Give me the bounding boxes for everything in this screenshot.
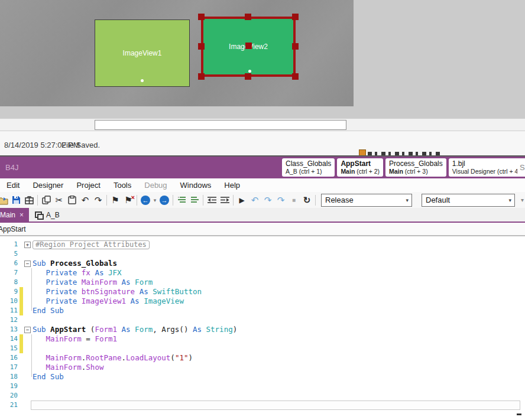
build-configuration-select[interactable]: Release ▾ xyxy=(321,194,412,207)
back-history-dropdown-icon[interactable]: ▾ xyxy=(152,197,158,203)
menu-windows[interactable]: Windows xyxy=(174,181,218,190)
horizontal-scrollbar[interactable] xyxy=(95,120,346,130)
code-line[interactable]: 8 Private MainForm As Form xyxy=(0,278,525,287)
indent-guide xyxy=(31,268,32,311)
code-line[interactable]: 13−Sub AppStart (Form1 As Form, Args() A… xyxy=(0,325,525,334)
resize-handle-n[interactable] xyxy=(245,14,251,20)
code-line[interactable]: 5 xyxy=(0,249,525,259)
code-line[interactable]: 10 Private ImageView1 As ImageView xyxy=(0,297,525,306)
step-out-icon[interactable]: ↷ xyxy=(274,194,287,207)
code-line[interactable]: 12 xyxy=(0,315,525,325)
resize-handle-se[interactable] xyxy=(292,73,299,80)
save-icon[interactable] xyxy=(9,194,22,207)
navigate-forward-icon[interactable]: → xyxy=(158,194,171,207)
resize-handle-e[interactable] xyxy=(292,43,299,50)
quick-tab-appstart[interactable]: AppStartMain (ctrl + 2) xyxy=(337,158,383,177)
uncomment-icon[interactable] xyxy=(188,194,201,207)
cut-icon[interactable]: ✂ xyxy=(53,194,66,207)
quick-tab-class_globals[interactable]: Class_GlobalsA_B (ctrl + 1) xyxy=(282,158,335,177)
close-icon[interactable]: × xyxy=(20,211,24,219)
line-number: 18 xyxy=(0,373,18,380)
line-number: 6 xyxy=(0,259,18,267)
run-icon[interactable]: ▶ xyxy=(235,194,248,207)
line-number: 19 xyxy=(0,382,18,390)
changed-line-marker xyxy=(20,334,23,344)
navigate-back-icon[interactable]: ← xyxy=(139,194,152,207)
code-text: Sub AppStart (Form1 As Form, Args() As S… xyxy=(33,325,237,334)
changed-line-marker xyxy=(20,306,23,315)
code-line[interactable]: 14 MainForm = Form1 xyxy=(0,334,525,344)
resize-handle-s[interactable] xyxy=(245,73,251,80)
line-number: 10 xyxy=(0,297,18,305)
quick-tab-1.bjl[interactable]: 1.bjlVisual Designer (ctrl + 4) xyxy=(449,158,524,177)
code-line[interactable]: 7 Private fx As JFX xyxy=(0,268,525,278)
quick-tab-subtitle: Visual Designer (ctrl + 4) xyxy=(452,168,520,175)
menu-edit[interactable]: Edit xyxy=(0,181,26,190)
title-bar[interactable]: B4J Class_GlobalsA_B (ctrl + 1)AppStartM… xyxy=(0,157,525,178)
imageview1[interactable]: ImageView1 xyxy=(95,19,190,87)
code-line[interactable]: 15 xyxy=(0,344,525,353)
fold-toggle-icon[interactable]: + xyxy=(24,242,31,248)
menu-tools[interactable]: Tools xyxy=(107,181,138,190)
quick-tab-title: 1.bjl xyxy=(452,159,520,168)
fold-toggle-icon[interactable]: − xyxy=(24,261,31,267)
step-into-icon[interactable]: ↶ xyxy=(248,194,261,207)
indent-icon[interactable] xyxy=(218,194,231,207)
menu-help[interactable]: Help xyxy=(218,181,247,190)
code-line[interactable]: 17 MainForm.Show xyxy=(0,363,525,372)
quick-tab-process_globals[interactable]: Process_GlobalsMain (ctrl + 3) xyxy=(385,158,446,177)
comment-icon[interactable] xyxy=(175,194,188,207)
resize-handle-sw[interactable] xyxy=(198,73,205,80)
bookmark-icon[interactable]: ⚑ xyxy=(109,194,122,207)
ide-window: B4J Class_GlobalsA_B (ctrl + 1)AppStartM… xyxy=(0,155,525,420)
code-line[interactable]: 19 xyxy=(0,382,525,391)
code-line[interactable]: 1+#Region Project Attributes xyxy=(0,240,525,249)
stop-icon[interactable]: ■ xyxy=(287,194,300,207)
menu-debug: Debug xyxy=(138,181,173,190)
changed-line-marker xyxy=(20,297,23,306)
code-editor[interactable]: 1+#Region Project Attributes56−Sub Proce… xyxy=(0,236,525,420)
tab-ab-label: A_B xyxy=(46,211,60,219)
code-line[interactable]: 11End Sub xyxy=(0,306,525,315)
imageview1-anchor-dot xyxy=(141,79,144,82)
designer-canvas[interactable]: ImageView1 ImageView2 xyxy=(0,0,354,106)
fold-toggle-icon[interactable]: − xyxy=(24,327,31,333)
code-line[interactable]: 16 MainForm.RootPane.LoadLayout("1") xyxy=(0,353,525,363)
code-line[interactable]: 21 xyxy=(0,401,525,410)
tab-main[interactable]: Main × xyxy=(0,208,29,222)
undo-icon[interactable]: ↶ xyxy=(79,194,92,207)
code-text: End Sub xyxy=(33,306,64,315)
resize-handle-ne[interactable] xyxy=(292,14,299,20)
line-number: 5 xyxy=(0,250,18,258)
designer-scroll-strip xyxy=(0,119,525,131)
collapsed-region-label[interactable]: #Region Project Attributes xyxy=(33,240,150,249)
menu-designer[interactable]: Designer xyxy=(26,181,70,190)
line-number: 20 xyxy=(0,392,18,399)
copy-icon[interactable] xyxy=(40,194,53,207)
toolbar-separator xyxy=(315,195,316,206)
redo-icon[interactable]: ↷ xyxy=(92,194,105,207)
search-box-partial[interactable]: S xyxy=(517,158,525,177)
clear-bookmarks-icon[interactable]: ⚑ × xyxy=(122,194,135,207)
resize-handle-w[interactable] xyxy=(198,43,205,50)
run-configuration-select[interactable]: Default ▾ xyxy=(422,194,515,207)
menu-project[interactable]: Project xyxy=(70,181,106,190)
paste-icon[interactable] xyxy=(66,194,79,207)
rebuild-icon[interactable]: ↻ xyxy=(300,194,313,207)
resize-handle-nw[interactable] xyxy=(198,14,205,20)
step-over-icon[interactable]: ↷ xyxy=(261,194,274,207)
open-project-icon[interactable] xyxy=(0,194,9,207)
breadcrumb[interactable]: AppStart xyxy=(0,223,525,236)
toolbar-overflow-icon[interactable]: ▾ xyxy=(521,197,524,203)
code-line[interactable]: 20 xyxy=(0,391,525,401)
editor-tab-strip: Main × A_B xyxy=(0,208,525,223)
toolbar-separator xyxy=(37,195,38,206)
center-anchor-handle[interactable] xyxy=(245,43,252,49)
line-number: 9 xyxy=(0,288,18,295)
code-line[interactable]: 18End Sub xyxy=(0,372,525,382)
tab-ab[interactable]: A_B xyxy=(29,208,66,222)
export-zip-icon[interactable] xyxy=(22,194,35,207)
code-line[interactable]: 9 Private btnSignature As SwiftButton xyxy=(0,287,525,297)
code-line[interactable]: 6−Sub Process_Globals xyxy=(0,259,525,268)
outdent-icon[interactable] xyxy=(205,194,218,207)
